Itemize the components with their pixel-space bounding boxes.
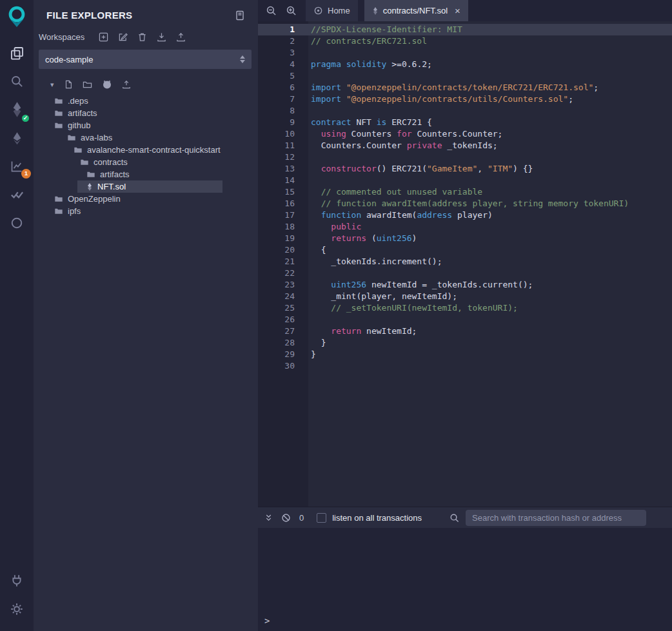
line-number: 4 bbox=[258, 59, 308, 70]
code-line[interactable]: 6import "@openzeppelin/contracts/token/E… bbox=[258, 82, 672, 93]
code-line[interactable]: 19 returns (uint256) bbox=[258, 233, 672, 244]
tab-nft-sol[interactable]: contracts/NFT.sol × bbox=[364, 0, 468, 21]
code-line[interactable]: 30 bbox=[258, 360, 672, 372]
download-workspaces-icon[interactable] bbox=[157, 32, 166, 42]
code-line[interactable]: 26 bbox=[258, 314, 672, 325]
github-icon[interactable] bbox=[102, 79, 112, 90]
solidity-file-icon bbox=[372, 6, 379, 15]
zoom-in-icon[interactable] bbox=[286, 5, 297, 16]
code-line[interactable]: 18 public bbox=[258, 221, 672, 233]
new-file-icon[interactable] bbox=[64, 80, 73, 89]
code-editor[interactable]: 1//SPDX-License-Identifier: MIT2// contr… bbox=[258, 21, 672, 507]
zoom-out-icon[interactable] bbox=[266, 5, 277, 16]
code-line[interactable]: 9contract NFT is ERC721 { bbox=[258, 117, 672, 128]
line-number: 16 bbox=[258, 198, 308, 209]
workspace-select[interactable]: code-sample bbox=[39, 50, 252, 69]
tree-toolbar: ▾ bbox=[34, 69, 258, 95]
tree-item[interactable]: ipfs bbox=[34, 205, 258, 217]
rail-bottom bbox=[0, 567, 34, 631]
plugin-manager-icon[interactable] bbox=[0, 567, 34, 595]
code-line[interactable]: 17 function awardItem(address player) bbox=[258, 209, 672, 221]
upload-file-icon[interactable] bbox=[122, 80, 131, 89]
tab-home[interactable]: Home bbox=[306, 0, 358, 21]
code-line[interactable]: 7import "@openzeppelin/contracts/utils/C… bbox=[258, 93, 672, 105]
new-folder-icon[interactable] bbox=[83, 80, 92, 90]
tree-item[interactable]: artifacts bbox=[34, 168, 258, 180]
tab-label: contracts/NFT.sol bbox=[383, 6, 448, 15]
remix-logo[interactable] bbox=[5, 4, 29, 28]
tree-item[interactable]: OpenZeppelin bbox=[34, 193, 258, 205]
code-line[interactable]: 8 bbox=[258, 105, 672, 117]
line-number: 25 bbox=[258, 302, 308, 314]
listen-transactions-checkbox[interactable] bbox=[317, 513, 326, 523]
code-line[interactable]: 13 constructor() ERC721("GameItem", "ITM… bbox=[258, 163, 672, 175]
code-line[interactable]: 14 bbox=[258, 175, 672, 186]
analysis-icon[interactable]: 1 bbox=[0, 152, 34, 180]
clear-console-icon[interactable] bbox=[281, 513, 291, 523]
file-explorer-panel: FILE EXPLORERS Workspaces code-sample ▾ bbox=[34, 0, 258, 631]
folder-icon bbox=[67, 133, 76, 142]
tree-item[interactable]: github bbox=[34, 119, 258, 131]
icon-rail: ✓ 1 bbox=[0, 0, 34, 631]
code-line[interactable]: 2// contracts/ERC721.sol bbox=[258, 35, 672, 47]
search-icon[interactable] bbox=[450, 513, 459, 523]
code-line[interactable]: 29} bbox=[258, 349, 672, 360]
tree-item[interactable]: artifacts bbox=[34, 107, 258, 119]
tree-item[interactable]: avalanche-smart-contract-quickstart bbox=[34, 144, 258, 156]
workspaces-label: Workspaces bbox=[39, 32, 84, 42]
line-number: 12 bbox=[258, 151, 308, 163]
tree-item-label: OpenZeppelin bbox=[68, 193, 121, 205]
line-number: 18 bbox=[258, 221, 308, 233]
folder-icon bbox=[74, 146, 83, 154]
file-explorer-icon[interactable] bbox=[0, 39, 34, 67]
collapse-terminal-icon[interactable] bbox=[264, 514, 273, 522]
journal-icon[interactable] bbox=[235, 10, 245, 21]
line-number: 9 bbox=[258, 117, 308, 128]
tree-item[interactable]: ava-labs bbox=[34, 131, 258, 144]
plugin-icon[interactable] bbox=[0, 209, 34, 237]
tree-item[interactable]: contracts bbox=[34, 156, 258, 168]
search-icon[interactable] bbox=[0, 67, 34, 95]
code-line[interactable]: 12 bbox=[258, 151, 672, 163]
solidity-compiler-icon[interactable]: ✓ bbox=[0, 95, 34, 124]
line-number: 27 bbox=[258, 325, 308, 337]
line-number: 23 bbox=[258, 279, 308, 291]
analysis-count-badge: 1 bbox=[21, 169, 31, 179]
delete-workspace-icon[interactable] bbox=[137, 32, 147, 42]
create-workspace-icon[interactable] bbox=[99, 32, 108, 42]
rename-workspace-icon[interactable] bbox=[118, 32, 128, 42]
code-line[interactable]: 5 bbox=[258, 70, 672, 82]
code-line[interactable]: 28 } bbox=[258, 337, 672, 349]
listen-transactions-label: listen on all transactions bbox=[332, 513, 422, 523]
solidity-file-icon bbox=[86, 182, 93, 191]
transaction-search-input[interactable] bbox=[466, 510, 646, 526]
close-icon[interactable]: × bbox=[455, 6, 460, 15]
code-line[interactable]: 24 _mint(player, newItemId); bbox=[258, 291, 672, 302]
line-number: 1 bbox=[258, 24, 308, 35]
line-number: 6 bbox=[258, 82, 308, 93]
code-line[interactable]: 10 using Counters for Counters.Counter; bbox=[258, 128, 672, 140]
code-line[interactable]: 3 bbox=[258, 47, 672, 59]
code-line[interactable]: 11 Counters.Counter private _tokenIds; bbox=[258, 140, 672, 151]
collapse-tree-icon[interactable]: ▾ bbox=[50, 81, 54, 89]
code-line[interactable]: 15 // commented out unused variable bbox=[258, 186, 672, 198]
deploy-run-icon[interactable] bbox=[0, 124, 34, 152]
restore-workspaces-icon[interactable] bbox=[176, 32, 186, 42]
line-number: 3 bbox=[258, 47, 308, 59]
code-line[interactable]: 16 // function awardItem(address player,… bbox=[258, 198, 672, 209]
code-line[interactable]: 27 return newItemId; bbox=[258, 325, 672, 337]
code-line[interactable]: 1//SPDX-License-Identifier: MIT bbox=[258, 24, 672, 35]
line-number: 5 bbox=[258, 70, 308, 82]
code-line[interactable]: 21 _tokenIds.increment(); bbox=[258, 256, 672, 267]
tree-item[interactable]: .deps bbox=[34, 95, 258, 107]
code-line[interactable]: 25 // _setTokenURI(newItemId, tokenURI); bbox=[258, 302, 672, 314]
main-area: Home contracts/NFT.sol × 1//SPDX-License… bbox=[258, 0, 672, 631]
tree-item-selected[interactable]: NFT.sol bbox=[34, 180, 258, 193]
code-line[interactable]: 4pragma solidity >=0.6.2; bbox=[258, 59, 672, 70]
unit-testing-icon[interactable] bbox=[0, 180, 34, 209]
code-line[interactable]: 23 uint256 newItemId = _tokenIds.current… bbox=[258, 279, 672, 291]
code-line[interactable]: 20 { bbox=[258, 244, 672, 256]
code-line[interactable]: 22 bbox=[258, 267, 672, 279]
settings-icon[interactable] bbox=[0, 595, 34, 623]
terminal-console[interactable]: > bbox=[258, 528, 672, 631]
